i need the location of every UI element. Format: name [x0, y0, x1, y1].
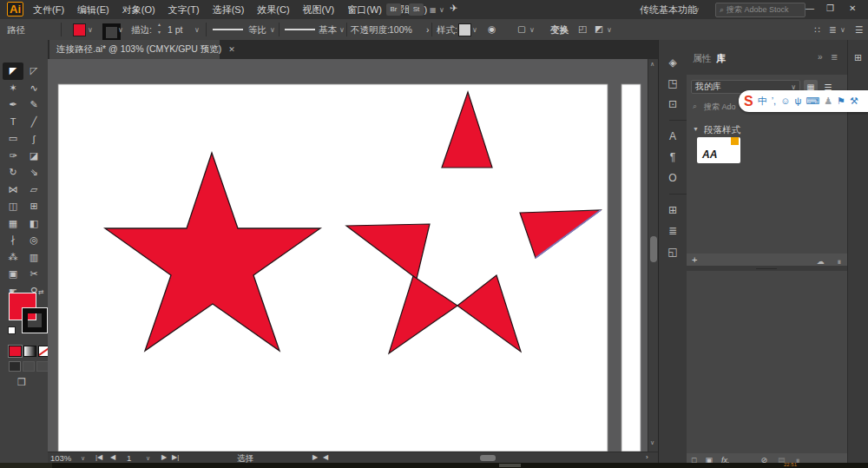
- eyedropper-tool[interactable]: ∤: [3, 232, 23, 249]
- artboard-tool[interactable]: ▣: [3, 266, 23, 283]
- arrange-options-icon[interactable]: ≣: [829, 24, 837, 35]
- artboards-panel-icon[interactable]: ⊡: [659, 94, 687, 115]
- tab-overflow-icon[interactable]: »: [818, 52, 823, 62]
- rectangle-tool[interactable]: ▭: [3, 130, 23, 148]
- color-mode-button[interactable]: [9, 346, 22, 357]
- hscroll-left-icon[interactable]: ◀: [323, 453, 328, 461]
- taskbar-item[interactable]: [499, 464, 521, 467]
- artboard-first-icon[interactable]: |◀: [95, 453, 102, 461]
- recolor-artwork-icon[interactable]: ◉: [488, 23, 496, 34]
- punctuation-icon[interactable]: ’,: [772, 90, 777, 112]
- gradient-tool[interactable]: ◧: [23, 215, 44, 233]
- minimize-button[interactable]: —: [806, 3, 814, 13]
- fill-color-swatch[interactable]: [73, 23, 86, 36]
- appearance-panel-icon[interactable]: O: [659, 168, 687, 188]
- stroke-stepper-down-icon[interactable]: ▾: [158, 29, 161, 35]
- delete-library-item-icon[interactable]: ∎: [837, 257, 842, 266]
- fill-chevron-icon[interactable]: ∨: [88, 26, 93, 34]
- style-swatch[interactable]: [458, 23, 471, 36]
- stock-button[interactable]: St: [409, 3, 424, 16]
- artboard-prev-icon[interactable]: ◀: [110, 453, 115, 461]
- selection-tool[interactable]: ◤: [3, 63, 23, 80]
- paragraph-panel-icon[interactable]: ¶: [659, 147, 687, 168]
- draw-inside-button[interactable]: [36, 361, 49, 372]
- toolbox-icon[interactable]: ⚒: [850, 90, 858, 112]
- brush-chevron-icon[interactable]: ∨: [339, 26, 345, 34]
- sync-library-icon[interactable]: ☁: [817, 257, 825, 266]
- menu-select[interactable]: 选择(S): [213, 3, 245, 16]
- tab-libraries[interactable]: 库: [716, 52, 726, 65]
- draw-normal-button[interactable]: [9, 361, 21, 372]
- type-tool[interactable]: T: [3, 114, 23, 131]
- layers-panel-icon[interactable]: ◈: [659, 52, 687, 73]
- pen-tool[interactable]: ✒: [3, 96, 23, 114]
- restore-button[interactable]: ❐: [826, 3, 834, 13]
- free-transform-tool[interactable]: ▱: [23, 181, 44, 199]
- layout-switcher-icon[interactable]: ▦: [430, 6, 437, 14]
- swap-fill-stroke-icon[interactable]: ⇄: [38, 288, 44, 296]
- select-similar-icon[interactable]: ▢: [517, 23, 526, 34]
- transform-label[interactable]: 变换: [550, 24, 569, 36]
- section-expand-icon[interactable]: ▼: [693, 126, 699, 132]
- align-options-icon[interactable]: ∷: [814, 24, 820, 35]
- menu-window[interactable]: 窗口(W): [347, 3, 382, 16]
- paintbrush-tool[interactable]: ∫: [23, 130, 44, 148]
- rotate-tool[interactable]: ↻: [3, 164, 23, 181]
- opacity-more-icon[interactable]: ›: [426, 24, 430, 35]
- menu-type[interactable]: 文字(T): [168, 3, 200, 16]
- vertical-scroll-thumb[interactable]: [650, 236, 657, 262]
- paragraph-style-thumbnail[interactable]: AA: [697, 137, 740, 163]
- isolate-chevron-icon[interactable]: ∨: [607, 26, 612, 34]
- layout-switcher-chevron-icon[interactable]: ∨: [439, 6, 444, 14]
- width-tool[interactable]: ⋈: [3, 181, 23, 199]
- opacity-value[interactable]: 100%: [389, 24, 412, 35]
- eraser-tool[interactable]: ◪: [23, 148, 44, 165]
- menu-edit[interactable]: 编辑(E): [77, 3, 109, 16]
- direct-selection-tool[interactable]: ◸: [23, 63, 44, 80]
- library-search-icon[interactable]: ⌕: [693, 102, 697, 111]
- stroke-proxy-swatch[interactable]: [23, 308, 47, 333]
- select-similar-chevron-icon[interactable]: ∨: [529, 26, 535, 34]
- keyboard-icon[interactable]: ⌨: [806, 90, 819, 112]
- pencil-tool[interactable]: ✑: [3, 148, 23, 165]
- document-tab[interactable]: 连接路径.ai* @ 103% (CMYK/GPU 预览) ✕: [49, 40, 220, 59]
- bridge-button[interactable]: Br: [386, 3, 401, 16]
- shape-builder-tool[interactable]: ◫: [3, 198, 23, 215]
- gradient-mode-button[interactable]: [23, 346, 36, 357]
- magic-wand-tool[interactable]: ✶: [3, 80, 23, 97]
- status-popup-icon[interactable]: ▶: [312, 453, 318, 461]
- default-swatches-icon[interactable]: [8, 326, 16, 334]
- panel-menu-icon[interactable]: ≣: [831, 52, 838, 62]
- canvas-area[interactable]: [48, 59, 658, 452]
- style-chevron-icon[interactable]: ∨: [472, 26, 477, 34]
- symbol-sprayer-tool[interactable]: ⁂: [3, 249, 23, 267]
- bounding-box-icon[interactable]: ◰: [578, 23, 587, 34]
- taskbar-start-region[interactable]: [0, 463, 52, 468]
- line-segment-tool[interactable]: ╱: [23, 114, 44, 131]
- pathfinder-panel-icon[interactable]: ◱: [659, 241, 687, 262]
- skin-icon[interactable]: ⚑: [837, 90, 845, 112]
- close-button[interactable]: ✕: [849, 3, 856, 13]
- tab-properties[interactable]: 属性: [693, 52, 712, 65]
- curvature-tool[interactable]: ✎: [23, 96, 44, 114]
- sogou-input-bar[interactable]: S中’,☺ψ⌨♟⚑⚒: [739, 90, 868, 112]
- blend-tool[interactable]: ◎: [23, 232, 44, 249]
- zoom-level[interactable]: 103%: [50, 453, 71, 463]
- tab-close-icon[interactable]: ✕: [228, 45, 235, 54]
- transform-panel-icon[interactable]: ⊞: [659, 200, 687, 221]
- brush-value[interactable]: 基本: [319, 24, 337, 36]
- chinese-mode-icon[interactable]: 中: [758, 90, 767, 112]
- width-profile-chevron-icon[interactable]: ∨: [270, 26, 275, 34]
- lasso-tool[interactable]: ∿: [23, 80, 44, 97]
- workspace-switcher[interactable]: 传统基本功能: [640, 3, 697, 16]
- artboard-number[interactable]: 1: [127, 453, 131, 463]
- menu-effect[interactable]: 效果(C): [257, 3, 289, 16]
- export-panel-icon[interactable]: ◳: [659, 73, 687, 94]
- graph-tool[interactable]: ▥: [23, 249, 44, 267]
- stroke-stepper-up-icon[interactable]: ▴: [158, 21, 161, 27]
- width-profile-value[interactable]: 等比: [248, 24, 266, 36]
- stroke-weight-value[interactable]: 1 pt: [168, 24, 183, 35]
- perspective-grid-tool[interactable]: ⊞: [23, 198, 44, 215]
- slice-tool[interactable]: ✂: [23, 266, 44, 283]
- character-panel-icon[interactable]: A: [659, 126, 687, 147]
